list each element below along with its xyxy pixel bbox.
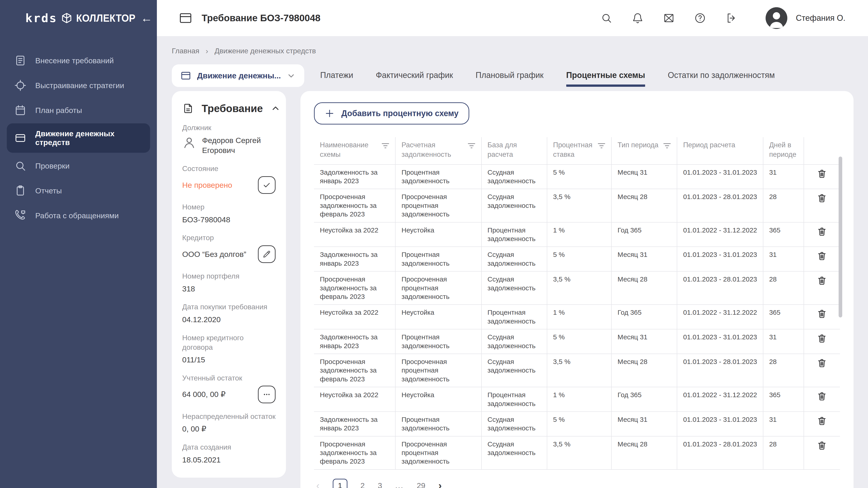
cell-settlement-debt: Просроченная процентная задолженность [395, 189, 481, 222]
delete-row-button[interactable] [815, 415, 828, 427]
pagination-page-3[interactable]: 3 [378, 481, 382, 488]
filter-icon[interactable] [598, 142, 605, 149]
pagination-page-1[interactable]: 1 [333, 479, 347, 488]
table-row: Просроченная задолженность за февраль 20… [314, 436, 840, 469]
page-title: Требование БОЗ-7980048 [202, 13, 320, 24]
sidebar-item-proverki[interactable]: Проверки [7, 154, 150, 177]
filter-icon[interactable] [381, 142, 389, 149]
pagination-prev-icon[interactable]: ‹ [316, 481, 320, 488]
delete-row-button[interactable] [815, 357, 828, 369]
field-value: ООО “Без долгов” [182, 249, 246, 259]
delete-row-button[interactable] [815, 390, 828, 402]
sidebar-item-dvizhenie-denezhnyh-sredstv[interactable]: Движение денежных стредств [7, 123, 150, 153]
card-icon [14, 132, 26, 144]
user-menu[interactable]: Стефания О. [766, 7, 845, 29]
cell-calc-base: Ссудная задолженность [482, 189, 547, 222]
delete-row-button[interactable] [815, 192, 828, 204]
help-icon[interactable] [694, 12, 706, 24]
cell-calc-base: Процентная задолженность [482, 222, 547, 247]
column-header-label: Процентная ставка [553, 140, 596, 159]
target-icon [14, 79, 26, 91]
card-icon [180, 70, 191, 81]
field-label: Учтенный остаток [182, 373, 276, 383]
cell-calc-base: Процентная задолженность [482, 304, 547, 329]
delete-row-button[interactable] [815, 439, 828, 452]
breadcrumb-home[interactable]: Главная [172, 47, 199, 55]
tab-fakticheskij-grafik[interactable]: Фактический график [376, 65, 453, 87]
balance-more-button[interactable] [258, 386, 276, 403]
tab-procentnye-shemy[interactable]: Процентные схемы [566, 65, 645, 87]
delete-row-button[interactable] [815, 250, 828, 262]
sidebar-item-vnesenie-trebovanij[interactable]: Внесение требований [7, 49, 150, 72]
section-dropdown[interactable]: Движение денежны... [172, 64, 304, 87]
trash-icon [817, 251, 827, 261]
column-header-label: Расчетная задолженность [401, 140, 466, 159]
sidebar-item-vystraivanie-strategii[interactable]: Выстраивание стратегии [7, 74, 150, 97]
cell-settlement-debt: Просроченная процентная задолженность [395, 436, 481, 469]
column-header-interest-rate: Процентная ставка [547, 137, 612, 164]
cell-interest-rate: 1 % [547, 387, 612, 412]
sidebar-item-label: Проверки [35, 162, 70, 170]
sidebar-item-rabota-s-obrashcheniyami[interactable]: Работа с обращениями [7, 204, 150, 227]
delete-row-button[interactable] [815, 225, 828, 238]
cell-days: 31 [763, 412, 804, 436]
claim-panel: Требование Должник Федоров Сергей Егоров… [172, 91, 286, 478]
document-icon [182, 103, 194, 114]
tab-planovyj-grafik[interactable]: Плановый график [475, 65, 544, 87]
cell-actions [804, 304, 840, 329]
cell-period-type: Год 365 [612, 387, 677, 412]
add-scheme-button[interactable]: Добавить процентную схему [314, 102, 469, 125]
cell-scheme-name: Неустойка за 2022 [314, 222, 395, 247]
chevron-up-icon[interactable] [271, 103, 281, 113]
field-value: Федоров Сергей Егорович [202, 135, 276, 156]
delete-row-button[interactable] [815, 167, 828, 180]
delete-row-button[interactable] [815, 332, 828, 345]
pagination-page-2[interactable]: 2 [361, 481, 365, 488]
pagination-ellipsis: ... [395, 481, 403, 488]
cell-interest-rate: 3,5 % [547, 436, 612, 469]
edit-creditor-button[interactable] [258, 246, 276, 263]
sidebar-item-label: Внесение требований [35, 56, 114, 65]
sidebar-item-plan-raboty[interactable]: План работы [7, 98, 150, 122]
cell-days: 31 [763, 247, 804, 271]
bell-icon[interactable] [632, 12, 644, 24]
table-row: Неустойка за 2022 Неустойка Процентная з… [314, 222, 840, 247]
table-scrollbar[interactable] [839, 157, 842, 318]
tab-ostatki-po-zadolzhennostyam[interactable]: Остатки по задолженностям [668, 65, 775, 87]
field-created-date: Дата создания 18.05.2021 [182, 443, 276, 465]
column-header-scheme-name: Наименование схемы [314, 137, 395, 164]
cell-interest-rate: 3,5 % [547, 354, 612, 387]
sidebar-collapse-arrow-icon[interactable]: ← [141, 12, 152, 24]
cell-scheme-name: Задолженность за январь 2023 [314, 164, 395, 189]
trash-icon [817, 275, 827, 286]
cell-scheme-name: Просроченная задолженность за февраль 20… [314, 354, 395, 387]
sidebar-item-otchety[interactable]: Отчеты [7, 179, 150, 202]
logout-icon[interactable] [725, 12, 737, 24]
calendar-icon [14, 104, 26, 116]
column-header-actions [804, 137, 840, 164]
field-label: Дата создания [182, 443, 276, 452]
filter-icon[interactable] [468, 142, 475, 149]
filter-icon[interactable] [663, 142, 671, 149]
cell-period-type: Год 365 [612, 304, 677, 329]
delete-row-button[interactable] [815, 307, 828, 320]
sidebar-item-label: Отчеты [35, 186, 62, 195]
pagination-page-29[interactable]: 29 [417, 481, 426, 488]
column-header-label: База для расчета [488, 140, 541, 159]
page-title-block: Требование БОЗ-7980048 [179, 11, 320, 25]
cell-scheme-name: Просроченная задолженность за февраль 20… [314, 436, 395, 469]
field-unallocated-balance: Нераспределенный остаток 0, 00 ₽ [182, 412, 276, 434]
delete-row-button[interactable] [815, 274, 828, 287]
cell-period-type: Месяц 28 [612, 354, 677, 387]
mail-icon[interactable] [663, 12, 675, 24]
field-value: 011/15 [182, 355, 276, 365]
verify-button[interactable] [258, 176, 276, 194]
tab-platezhi[interactable]: Платежи [320, 65, 353, 87]
clipboard-icon [14, 185, 26, 197]
cell-calc-period: 01.01.2023 - 28.01.2023 [677, 354, 763, 387]
search-icon[interactable] [600, 12, 612, 24]
trash-icon [817, 309, 827, 319]
app-root: krds КОЛЛЕКТОР ← Внесение требований Выс… [0, 0, 868, 488]
field-contract-number: Номер кредитного договора 011/15 [182, 333, 276, 365]
pagination-next-icon[interactable]: › [438, 481, 442, 488]
